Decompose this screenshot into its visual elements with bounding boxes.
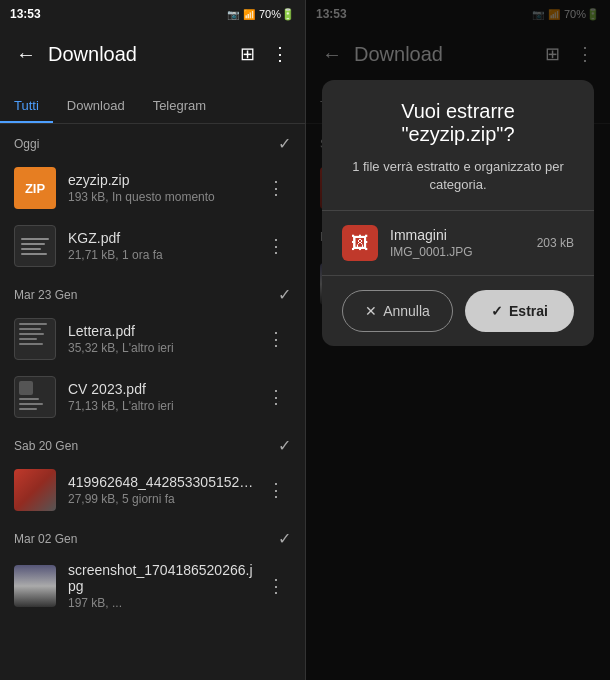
section-mar23gen-check[interactable]: ✓ xyxy=(278,285,291,304)
file-more-button[interactable]: ⋮ xyxy=(261,473,291,507)
modal-overlay: Vuoi estrarre"ezyzip.zip"? 1 file verrà … xyxy=(306,0,610,680)
pdf-line xyxy=(21,253,47,255)
top-bar-left: ← Download ⊞ ⋮ xyxy=(0,28,305,80)
list-item[interactable]: KGZ.pdf 21,71 kB, 1 ora fa ⋮ xyxy=(0,217,305,275)
category-info: Immagini IMG_0001.JPG xyxy=(390,227,537,259)
page-title-left: Download xyxy=(48,43,232,66)
modal-buttons: ✕ Annulla ✓ Estrai xyxy=(342,276,574,346)
pdf-line xyxy=(21,248,41,250)
grid-view-button-left[interactable]: ⊞ xyxy=(232,35,263,73)
extract-button[interactable]: ✓ Estrai xyxy=(465,290,574,332)
tab-tutti-left[interactable]: Tutti xyxy=(0,88,53,123)
right-panel: 13:53 📷 📶 70%🔋 ← Download ⊞ ⋮ Tutti Down… xyxy=(305,0,610,680)
line xyxy=(19,408,37,410)
line xyxy=(19,338,37,340)
file-meta: 35,32 kB, L'altro ieri xyxy=(68,341,261,355)
pdf-line xyxy=(21,243,45,245)
file-more-button[interactable]: ⋮ xyxy=(261,569,291,603)
category-icon-images: 🖼 xyxy=(342,225,378,261)
section-oggi-title: Oggi xyxy=(14,137,39,151)
extract-label: Estrai xyxy=(509,303,548,319)
file-info: ezyzip.zip 193 kB, In questo momento xyxy=(68,172,261,204)
tabs-bar-left: Tutti Download Telegram xyxy=(0,80,305,124)
cancel-button[interactable]: ✕ Annulla xyxy=(342,290,453,332)
file-list-left: Oggi ✓ ZIP ezyzip.zip 193 kB, In questo … xyxy=(0,124,305,680)
file-meta: 71,13 kB, L'altro ieri xyxy=(68,399,261,413)
line xyxy=(19,323,47,325)
file-meta: 27,99 kB, 5 giorni fa xyxy=(68,492,261,506)
file-name: 419962648_442853305152418_15915883119648… xyxy=(68,474,261,490)
file-info: 419962648_442853305152418_15915883119648… xyxy=(68,474,261,506)
img-road-preview xyxy=(14,565,56,607)
file-meta: 193 kB, In questo momento xyxy=(68,190,261,204)
file-thumb-img-road xyxy=(14,565,56,607)
section-mar23gen-title: Mar 23 Gen xyxy=(14,288,77,302)
zip-icon: ZIP xyxy=(25,181,45,196)
camera-icon: 📷 xyxy=(227,9,239,20)
section-sab20gen-check[interactable]: ✓ xyxy=(278,436,291,455)
list-item[interactable]: Lettera.pdf 35,32 kB, L'altro ieri ⋮ xyxy=(0,310,305,368)
category-name: Immagini xyxy=(390,227,537,243)
cancel-label: Annulla xyxy=(383,303,430,319)
tab-telegram-left[interactable]: Telegram xyxy=(139,88,220,123)
letter-icon xyxy=(15,319,55,359)
more-button-left[interactable]: ⋮ xyxy=(263,35,297,73)
file-thumb-pdf xyxy=(14,225,56,267)
list-item[interactable]: ZIP ezyzip.zip 193 kB, In questo momento… xyxy=(0,159,305,217)
file-more-button[interactable]: ⋮ xyxy=(261,171,291,205)
file-thumb-img-red xyxy=(14,469,56,511)
section-sab20gen-title: Sab 20 Gen xyxy=(14,439,78,453)
file-name: screenshot_1704186520266.jpg xyxy=(68,562,261,594)
file-info: CV 2023.pdf 71,13 kB, L'altro ieri xyxy=(68,381,261,413)
status-time-left: 13:53 xyxy=(10,7,41,21)
tab-download-left[interactable]: Download xyxy=(53,88,139,123)
file-meta: 21,71 kB, 1 ora fa xyxy=(68,248,261,262)
file-name: CV 2023.pdf xyxy=(68,381,261,397)
modal-subtitle: 1 file verrà estratto e organizzato per … xyxy=(342,158,574,194)
file-info: KGZ.pdf 21,71 kB, 1 ora fa xyxy=(68,230,261,262)
check-icon: ✓ xyxy=(491,303,503,319)
x-icon: ✕ xyxy=(365,303,377,319)
line xyxy=(19,343,43,345)
pdf-lines-icon xyxy=(17,234,53,259)
section-oggi-check[interactable]: ✓ xyxy=(278,134,291,153)
cv-icon xyxy=(15,377,55,417)
image-icon: 🖼 xyxy=(351,233,369,254)
file-info: screenshot_1704186520266.jpg 197 kB, ... xyxy=(68,562,261,610)
file-more-button[interactable]: ⋮ xyxy=(261,229,291,263)
file-more-button[interactable]: ⋮ xyxy=(261,322,291,356)
category-row-images: 🖼 Immagini IMG_0001.JPG 203 kB xyxy=(342,211,574,275)
signal-icon: 📶 xyxy=(243,9,255,20)
section-mar23gen: Mar 23 Gen ✓ xyxy=(0,275,305,310)
file-more-button[interactable]: ⋮ xyxy=(261,380,291,414)
category-file: IMG_0001.JPG xyxy=(390,245,537,259)
status-icons-left: 📷 📶 70%🔋 xyxy=(227,8,295,21)
file-name: KGZ.pdf xyxy=(68,230,261,246)
extract-modal: Vuoi estrarre"ezyzip.zip"? 1 file verrà … xyxy=(322,80,594,346)
section-mar02gen: Mar 02 Gen ✓ xyxy=(0,519,305,554)
list-item[interactable]: 419962648_442853305152418_15915883119648… xyxy=(0,461,305,519)
file-name: ezyzip.zip xyxy=(68,172,261,188)
img-red-preview xyxy=(14,469,56,511)
section-sab20gen: Sab 20 Gen ✓ xyxy=(0,426,305,461)
section-oggi: Oggi ✓ xyxy=(0,124,305,159)
cv-photo-block xyxy=(19,381,33,395)
line xyxy=(19,328,41,330)
section-mar02gen-check[interactable]: ✓ xyxy=(278,529,291,548)
section-mar02gen-title: Mar 02 Gen xyxy=(14,532,77,546)
file-thumb-letter xyxy=(14,318,56,360)
file-thumb-cv xyxy=(14,376,56,418)
status-bar-left: 13:53 📷 📶 70%🔋 xyxy=(0,0,305,28)
file-info: Lettera.pdf 35,32 kB, L'altro ieri xyxy=(68,323,261,355)
list-item[interactable]: CV 2023.pdf 71,13 kB, L'altro ieri ⋮ xyxy=(0,368,305,426)
file-name: Lettera.pdf xyxy=(68,323,261,339)
file-thumb-zip: ZIP xyxy=(14,167,56,209)
line xyxy=(19,333,44,335)
file-meta: 197 kB, ... xyxy=(68,596,261,610)
list-item[interactable]: screenshot_1704186520266.jpg 197 kB, ...… xyxy=(0,554,305,618)
pdf-line xyxy=(21,238,49,240)
line xyxy=(19,398,39,400)
category-size: 203 kB xyxy=(537,236,574,250)
back-button-left[interactable]: ← xyxy=(8,35,44,74)
line xyxy=(19,403,43,405)
